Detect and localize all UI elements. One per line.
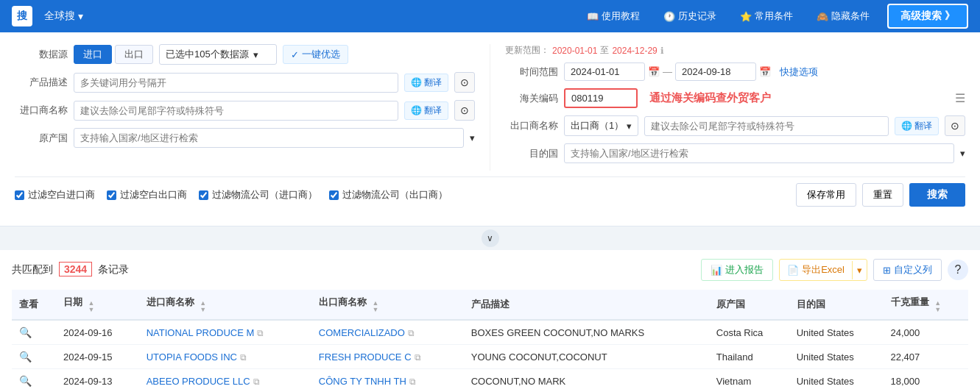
copy-importer-icon-1[interactable]: ⧉ xyxy=(240,352,247,363)
table-row: 🔍 2024-09-16 NATIONAL PRODUCE M⧉ COMERCI… xyxy=(12,320,968,345)
row-view-0[interactable]: 🔍 xyxy=(12,320,56,345)
row-destination-1: United States xyxy=(789,345,884,369)
sort-importer-icon[interactable]: ▲▼ xyxy=(200,300,206,313)
tutorial-btn[interactable]: 📖 使用教程 xyxy=(581,7,646,26)
row-view-1[interactable]: 🔍 xyxy=(12,345,56,369)
sort-date-icon[interactable]: ▲▼ xyxy=(88,300,95,313)
product-label: 产品描述 xyxy=(15,76,68,89)
copy-exporter-icon-2[interactable]: ⧉ xyxy=(409,376,416,387)
datasource-label: 数据源 xyxy=(15,48,68,61)
col-importer[interactable]: 进口商名称 ▲▼ xyxy=(139,290,311,320)
results-area: 共匹配到 3244 条记录 📊 进入报告 📄 导出Excel ▾ ⊞ 自定义列 … xyxy=(0,250,980,389)
hs-code-input[interactable] xyxy=(564,88,638,108)
importer-link-1[interactable]: UTOPIA FOODS INC xyxy=(147,351,237,363)
filter-empty-importer-check[interactable]: 过滤空白进口商 xyxy=(15,188,95,201)
product-input[interactable] xyxy=(74,73,398,93)
global-search-nav[interactable]: 全球搜 ▾ xyxy=(44,10,83,23)
quick-pick-btn[interactable]: ✓ 一键优选 xyxy=(283,45,348,64)
results-table: 查看 日期 ▲▼ 进口商名称 ▲▼ 出口商名称 ▲▼ 产品描述 原产国 目的国 … xyxy=(12,290,968,389)
exporter-link-1[interactable]: FRESH PRODUCE C xyxy=(319,351,412,363)
row-search-icon-2[interactable]: 🔍 xyxy=(19,375,32,387)
favorites-btn[interactable]: ⭐ 常用条件 xyxy=(734,7,799,26)
col-date[interactable]: 日期 ▲▼ xyxy=(56,290,139,320)
divider xyxy=(15,176,965,177)
update-start: 2020-01-01 xyxy=(552,46,597,56)
sort-weight-icon[interactable]: ▲▼ xyxy=(934,300,941,313)
product-row: 产品描述 🌐 翻译 ⊙ xyxy=(15,72,475,93)
time-range-row: 时间范围 📅 — 📅 快捷选项 xyxy=(505,63,965,81)
destination-label: 目的国 xyxy=(505,147,558,160)
row-origin-0: Costa Rica xyxy=(709,320,789,345)
product-settings-btn[interactable]: ⊙ xyxy=(454,72,475,93)
calendar-icon1[interactable]: 📅 xyxy=(648,66,660,77)
info-icon: ℹ xyxy=(660,46,664,56)
import-tab[interactable]: 进口 xyxy=(74,45,112,64)
destination-input[interactable] xyxy=(564,143,954,163)
filter-logistics-exporter-check[interactable]: 过滤物流公司（出口商） xyxy=(329,188,448,201)
filter-empty-exporter-check[interactable]: 过滤空白出口商 xyxy=(107,188,187,201)
export-caret-btn[interactable]: ▾ xyxy=(852,261,867,279)
importer-link-2[interactable]: ABEEO PRODUCE LLC xyxy=(147,376,250,387)
importer-link-0[interactable]: NATIONAL PRODUCE M xyxy=(147,327,255,338)
save-favorites-btn[interactable]: 保存常用 xyxy=(796,183,856,207)
row-search-icon-1[interactable]: 🔍 xyxy=(19,351,32,363)
excel-icon: 📄 xyxy=(787,265,799,276)
row-view-2[interactable]: 🔍 xyxy=(12,369,56,390)
col-exporter[interactable]: 出口商名称 ▲▼ xyxy=(311,290,464,320)
export-excel-dropdown: 📄 导出Excel ▾ xyxy=(779,259,867,281)
copy-importer-icon-2[interactable]: ⧉ xyxy=(253,376,260,387)
time-range-label: 时间范围 xyxy=(505,65,558,79)
copy-importer-icon-0[interactable]: ⧉ xyxy=(257,328,264,338)
row-exporter-1: FRESH PRODUCE C⧉ xyxy=(311,345,464,369)
table-row: 🔍 2024-09-15 UTOPIA FOODS INC⧉ FRESH PRO… xyxy=(12,345,968,369)
row-search-icon-0[interactable]: 🔍 xyxy=(19,326,32,338)
star-icon: ⭐ xyxy=(740,11,752,22)
row-destination-2: United States xyxy=(789,369,884,390)
search-btn[interactable]: 搜索 xyxy=(909,183,965,207)
row-weight-2: 18,000 xyxy=(884,369,968,390)
collapse-bar[interactable]: ∨ xyxy=(0,226,980,250)
hide-icon: 🙈 xyxy=(817,11,828,22)
enter-report-btn[interactable]: 📊 进入报告 xyxy=(701,259,773,281)
book-icon: 📖 xyxy=(587,11,599,22)
sort-exporter-icon[interactable]: ▲▼ xyxy=(372,300,378,313)
help-icon-btn[interactable]: ? xyxy=(948,260,968,280)
results-header: 共匹配到 3244 条记录 📊 进入报告 📄 导出Excel ▾ ⊞ 自定义列 … xyxy=(12,259,968,281)
export-tab[interactable]: 出口 xyxy=(115,45,153,64)
exporter-type-select[interactable]: 出口商（1） ▾ xyxy=(564,115,638,136)
sources-dropdown[interactable]: 已选中105个数据源 ▾ xyxy=(159,44,277,65)
time-end-input[interactable] xyxy=(675,63,756,81)
copy-exporter-icon-1[interactable]: ⧉ xyxy=(415,352,421,363)
importer-settings-btn[interactable]: ⊙ xyxy=(454,100,475,121)
advanced-search-btn[interactable]: 高级搜索 》 xyxy=(887,4,968,29)
list-icon[interactable]: ☰ xyxy=(955,91,965,105)
importer-row: 进口商名称 🌐 翻译 ⊙ xyxy=(15,100,475,121)
exporter-link-0[interactable]: COMERCIALIZADO xyxy=(319,327,405,338)
copy-exporter-icon-0[interactable]: ⧉ xyxy=(408,328,415,338)
translate-icon2: 🌐 xyxy=(411,105,422,115)
importer-input[interactable] xyxy=(74,101,398,121)
calendar-icon2[interactable]: 📅 xyxy=(759,66,771,77)
origin-input[interactable] xyxy=(74,128,464,148)
exporter-link-2[interactable]: CÔNG TY TNHH TH xyxy=(319,376,406,387)
reset-btn[interactable]: 重置 xyxy=(862,183,903,207)
exporter-settings-btn[interactable]: ⊙ xyxy=(945,115,965,136)
translate-product-btn[interactable]: 🌐 翻译 xyxy=(404,74,448,92)
row-importer-2: ABEEO PRODUCE LLC⧉ xyxy=(139,369,311,390)
hs-code-label: 海关编码 xyxy=(505,92,558,105)
history-btn[interactable]: 🕐 历史记录 xyxy=(658,7,722,26)
row-product-2: COCONUT,NO MARK xyxy=(464,369,709,390)
export-excel-btn[interactable]: 📄 导出Excel xyxy=(780,260,852,280)
exporter-row: 出口商名称 出口商（1） ▾ 🌐 翻译 ⊙ xyxy=(505,115,965,136)
translate-exporter-btn[interactable]: 🌐 翻译 xyxy=(895,117,939,135)
col-weight[interactable]: 千克重量 ▲▼ xyxy=(884,290,968,320)
translate-importer-btn[interactable]: 🌐 翻译 xyxy=(404,101,448,120)
quick-select-link[interactable]: 快捷选项 xyxy=(780,65,818,79)
settings-icon: ⊙ xyxy=(460,76,469,88)
custom-col-btn[interactable]: ⊞ 自定义列 xyxy=(873,259,942,281)
hide-btn[interactable]: 🙈 隐藏条件 xyxy=(811,7,875,26)
exporter-input[interactable] xyxy=(644,116,889,136)
translate-icon3: 🌐 xyxy=(901,121,912,131)
filter-logistics-importer-check[interactable]: 过滤物流公司（进口商） xyxy=(199,188,317,201)
time-start-input[interactable] xyxy=(564,63,645,81)
